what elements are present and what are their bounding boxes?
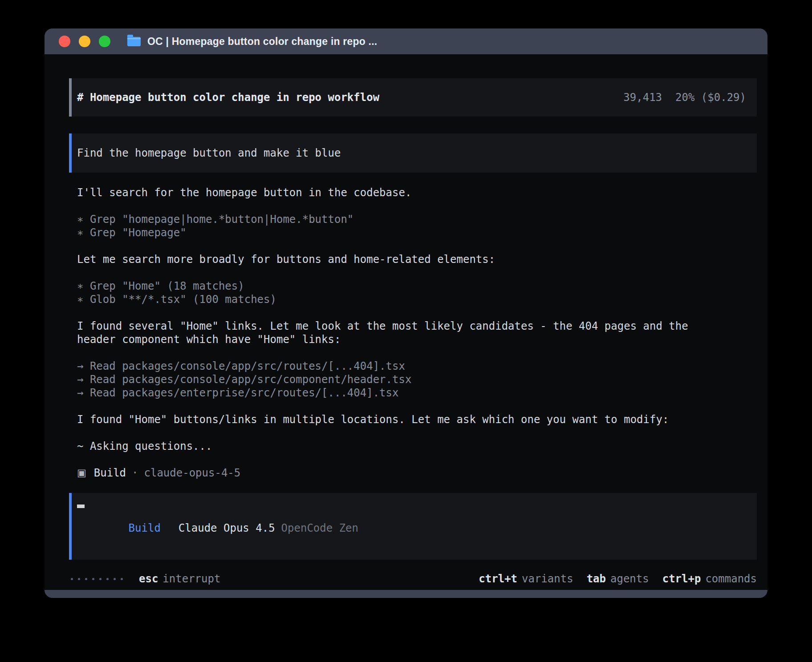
- tool-call-line: → Read packages/console/app/src/componen…: [77, 373, 757, 386]
- tool-call-group: ∗ Grep "Home" (18 matches)∗ Glob "**/*.t…: [69, 279, 757, 306]
- text-line: I found "Home" buttons/links in multiple…: [77, 413, 757, 426]
- titlebar[interactable]: OC | Homepage button color change in rep…: [45, 28, 767, 54]
- status-bar-shortcuts: ctrl+tvariantstabagentsctrl+pcommands: [479, 572, 757, 585]
- folder-icon: [127, 37, 141, 46]
- esc-key-label: interrupt: [162, 572, 220, 585]
- text-line: Let me search more broadly for buttons a…: [77, 253, 757, 266]
- shortcut-key: ctrl+p: [662, 572, 701, 585]
- conversation: I'll search for the homepage button in t…: [69, 186, 757, 453]
- esc-key-hint: esc: [139, 572, 158, 585]
- session-stats: 39,41320% ($0.29): [623, 91, 746, 104]
- progress-dots: [71, 578, 123, 580]
- tool-call-group: → Read packages/console/app/src/routes/[…: [69, 359, 757, 400]
- tool-call-line: → Read packages/enterprise/src/routes/[.…: [77, 386, 757, 400]
- shortcut-key: tab: [587, 572, 606, 585]
- window-bottom-edge: [45, 590, 767, 598]
- text-line: I'll search for the homepage button in t…: [77, 186, 757, 199]
- progress-dot: [92, 578, 94, 580]
- shortcut-label: commands: [705, 572, 757, 585]
- terminal-window: OC | Homepage button color change in rep…: [45, 28, 767, 598]
- agent-mode-label[interactable]: Build: [129, 522, 161, 534]
- status-bar-left: esc interrupt: [71, 572, 220, 585]
- separator-dot: ·: [132, 466, 138, 480]
- progress-dot: [114, 578, 116, 580]
- terminal-content: # Homepage button color change in repo w…: [45, 54, 767, 590]
- close-button[interactable]: [59, 36, 70, 47]
- tool-call-line: ∗ Grep "homepage|home.*button|Home.*butt…: [77, 213, 757, 226]
- session-header: # Homepage button color change in repo w…: [69, 78, 757, 117]
- shortcut-hint: tabagents: [587, 572, 649, 585]
- user-message-text: Find the homepage button and make it blu…: [77, 146, 341, 160]
- assistant-text: Let me search more broadly for buttons a…: [69, 253, 757, 266]
- text-line: I found several "Home" links. Let me loo…: [77, 319, 757, 333]
- window-title: OC | Homepage button color change in rep…: [147, 36, 377, 48]
- shortcut-hint: ctrl+tvariants: [479, 572, 573, 585]
- shortcut-key: ctrl+t: [479, 572, 517, 585]
- assistant-text: I found "Home" buttons/links in multiple…: [69, 413, 757, 426]
- model-label: Claude Opus 4.5: [179, 522, 275, 534]
- progress-dot: [121, 578, 123, 580]
- tool-call-line: → Read packages/console/app/src/routes/[…: [77, 359, 757, 373]
- context-usage: 20% ($0.29): [675, 91, 746, 104]
- tool-call-line: ∗ Glob "**/*.tsx" (100 matches): [77, 293, 757, 306]
- tool-call-line: ∗ Grep "Homepage": [77, 226, 757, 239]
- agent-status-icon: ▣: [77, 466, 86, 480]
- zoom-button[interactable]: [99, 36, 110, 47]
- user-message: Find the homepage button and make it blu…: [69, 133, 757, 173]
- minimize-button[interactable]: [79, 36, 90, 47]
- token-count: 39,413: [623, 91, 662, 104]
- progress-dot: [71, 578, 73, 580]
- status-bar: esc interrupt ctrl+tvariantstabagentsctr…: [69, 572, 757, 585]
- model-id: claude-opus-4-5: [144, 466, 241, 480]
- input-status-row: BuildClaude Opus 4.5OpenCode Zen: [77, 508, 358, 548]
- provider-label: OpenCode Zen: [281, 522, 358, 534]
- traffic-lights: [59, 36, 110, 47]
- text-cursor: [77, 505, 85, 508]
- agent-name: Build: [94, 466, 126, 480]
- tool-call-group: ∗ Grep "homepage|home.*button|Home.*butt…: [69, 213, 757, 239]
- text-line: ~ Asking questions...: [77, 440, 757, 453]
- progress-dot: [106, 578, 109, 580]
- prompt-input[interactable]: BuildClaude Opus 4.5OpenCode Zen: [69, 493, 757, 560]
- session-title: # Homepage button color change in repo w…: [77, 91, 379, 104]
- shortcut-label: variants: [522, 572, 573, 585]
- assistant-text: I'll search for the homepage button in t…: [69, 186, 757, 199]
- text-line: header component which have "Home" links…: [77, 333, 757, 346]
- shortcut-label: agents: [610, 572, 649, 585]
- progress-dot: [85, 578, 87, 580]
- agent-status-row: ▣ Build · claude-opus-4-5: [69, 466, 757, 480]
- progress-dot: [78, 578, 80, 580]
- assistant-text: I found several "Home" links. Let me loo…: [69, 319, 757, 346]
- shortcut-hint: ctrl+pcommands: [662, 572, 757, 585]
- assistant-text: ~ Asking questions...: [69, 440, 757, 453]
- tool-call-line: ∗ Grep "Home" (18 matches): [77, 279, 757, 293]
- progress-dot: [99, 578, 102, 580]
